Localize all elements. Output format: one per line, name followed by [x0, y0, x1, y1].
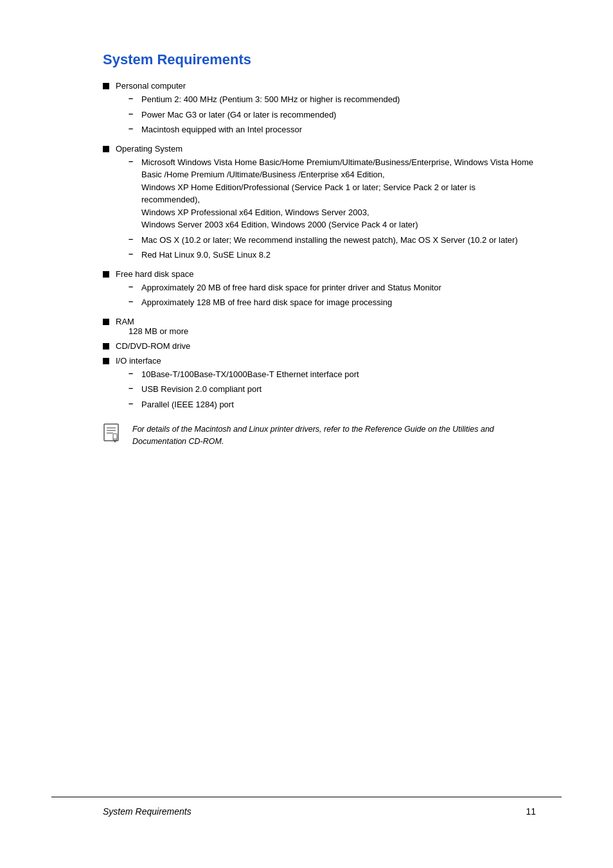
- bullet-icon: [103, 83, 109, 89]
- item-label: I/O interface: [116, 356, 161, 366]
- item-label: Free hard disk space: [116, 269, 193, 279]
- list-item: CD/DVD-ROM drive: [103, 341, 536, 351]
- bullet-icon: [103, 343, 109, 350]
- note-text: For details of the Macintosh and Linux p…: [132, 423, 536, 448]
- sub-item-text: Approximately 20 MB of free hard disk sp…: [141, 281, 536, 294]
- sub-item-text: USB Revision 2.0 compliant port: [141, 383, 536, 396]
- bullet-icon: [103, 271, 109, 278]
- dash-icon: –: [129, 123, 138, 133]
- sub-list: – Pentium 2: 400 MHz (Pentium 3: 500 MHz…: [129, 93, 536, 136]
- list-item: – 10Base-T/100Base-TX/1000Base-T Etherne…: [129, 368, 536, 381]
- list-item: – Parallel (IEEE 1284) port: [129, 398, 536, 411]
- sub-item-text: Microsoft Windows Vista Home Basic/Home …: [141, 156, 536, 231]
- list-item: RAM 128 MB or more: [103, 317, 536, 336]
- dash-icon: –: [129, 281, 138, 291]
- list-item: Personal computer – Pentium 2: 400 MHz (…: [103, 81, 536, 139]
- note-box: For details of the Macintosh and Linux p…: [103, 423, 536, 448]
- item-label: Personal computer: [116, 81, 186, 91]
- list-item: – Mac OS X (10.2 or later; We recommend …: [129, 234, 536, 247]
- list-item: – Pentium 2: 400 MHz (Pentium 3: 500 MHz…: [129, 93, 536, 106]
- bullet-icon: [103, 146, 109, 152]
- note-icon: [103, 423, 126, 443]
- bullet-icon: [103, 319, 109, 325]
- footer-page-number: 11: [526, 806, 536, 817]
- list-item: I/O interface – 10Base-T/100Base-TX/1000…: [103, 356, 536, 414]
- list-item: – Approximately 128 MB of free hard disk…: [129, 296, 536, 309]
- svg-rect-4: [113, 434, 117, 440]
- footer-line: [51, 797, 562, 797]
- dash-icon: –: [129, 156, 138, 166]
- svg-marker-5: [113, 440, 117, 443]
- dash-icon: –: [129, 368, 138, 378]
- sub-item-text: Approximately 128 MB of free hard disk s…: [141, 296, 536, 309]
- page-container: System Requirements Personal computer – …: [0, 0, 613, 868]
- ram-value: 128 MB or more: [129, 326, 188, 336]
- sub-list: – 10Base-T/100Base-TX/1000Base-T Etherne…: [129, 368, 536, 411]
- main-list: Personal computer – Pentium 2: 400 MHz (…: [103, 81, 536, 413]
- sub-item-text: 10Base-T/100Base-TX/1000Base-T Ethernet …: [141, 368, 536, 381]
- list-item: – Power Mac G3 or later (G4 or later is …: [129, 109, 536, 121]
- sub-item-text: Red Hat Linux 9.0, SuSE Linux 8.2: [141, 249, 536, 261]
- footer: System Requirements 11: [103, 806, 536, 817]
- dash-icon: –: [129, 109, 138, 118]
- dash-icon: –: [129, 249, 138, 258]
- bullet-icon: [103, 358, 109, 364]
- list-item: – USB Revision 2.0 compliant port: [129, 383, 536, 396]
- dash-icon: –: [129, 93, 138, 103]
- footer-title: System Requirements: [103, 806, 191, 817]
- sub-list: – Microsoft Windows Vista Home Basic/Hom…: [129, 156, 536, 261]
- list-item: – Microsoft Windows Vista Home Basic/Hom…: [129, 156, 536, 231]
- dash-icon: –: [129, 234, 138, 244]
- list-item: Operating System – Microsoft Windows Vis…: [103, 144, 536, 264]
- sub-item-text: Pentium 2: 400 MHz (Pentium 3: 500 MHz o…: [141, 93, 536, 106]
- item-label: CD/DVD-ROM drive: [116, 341, 190, 351]
- sub-item-text: Parallel (IEEE 1284) port: [141, 398, 536, 411]
- dash-icon: –: [129, 296, 138, 306]
- list-item: – Red Hat Linux 9.0, SuSE Linux 8.2: [129, 249, 536, 261]
- sub-list: – Approximately 20 MB of free hard disk …: [129, 281, 536, 309]
- item-label: Operating System: [116, 144, 182, 154]
- list-item: Free hard disk space – Approximately 20 …: [103, 269, 536, 312]
- page-title: System Requirements: [103, 51, 536, 68]
- dash-icon: –: [129, 383, 138, 393]
- list-item: – Approximately 20 MB of free hard disk …: [129, 281, 536, 294]
- list-item: – Macintosh equipped with an Intel proce…: [129, 123, 536, 136]
- sub-item-text: Macintosh equipped with an Intel process…: [141, 123, 536, 136]
- item-label: RAM: [116, 317, 134, 326]
- sub-item-text: Mac OS X (10.2 or later; We recommend in…: [141, 234, 536, 247]
- sub-item-text: Power Mac G3 or later (G4 or later is re…: [141, 109, 536, 121]
- dash-icon: –: [129, 398, 138, 408]
